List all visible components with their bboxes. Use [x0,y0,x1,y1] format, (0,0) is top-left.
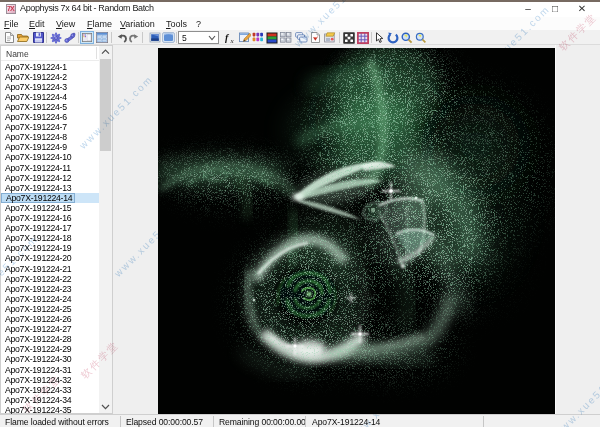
svg-text:f: f [225,32,230,43]
svg-text:x: x [230,37,235,44]
